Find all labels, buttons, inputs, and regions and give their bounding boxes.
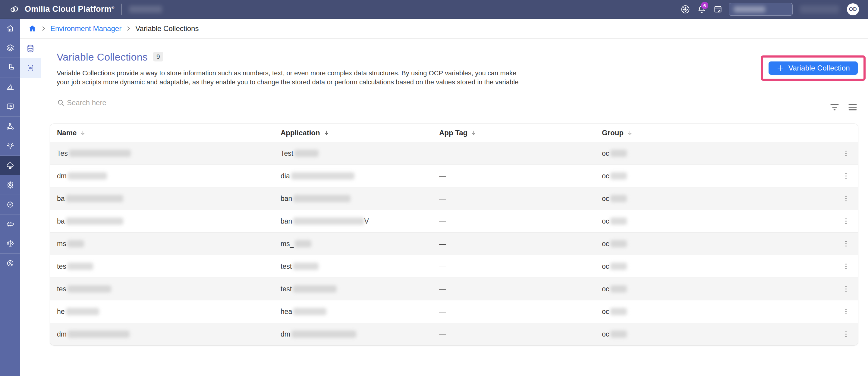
cell-name: dm: [57, 330, 281, 338]
column-header-app-tag[interactable]: App Tag: [439, 129, 602, 137]
table-row[interactable]: ba banV — oc: [50, 210, 858, 232]
breadcrumb-home-icon[interactable]: [28, 24, 36, 33]
table-row[interactable]: dm dia — oc: [50, 164, 858, 187]
row-actions-kebab-icon[interactable]: [841, 284, 851, 294]
cell-name: ba: [57, 195, 281, 203]
insights-bulb-icon: [6, 141, 15, 150]
cell-group-redaction: [610, 150, 627, 157]
notification-count-badge: 6: [701, 2, 708, 9]
theme-icon[interactable]: [680, 4, 691, 15]
sort-descending-icon: [80, 130, 86, 136]
cell-app-tag: —: [439, 217, 602, 225]
secondary-sidebar: [20, 38, 41, 376]
sidebar-item-automation[interactable]: [0, 215, 20, 234]
sidebar-item-pipeline[interactable]: [0, 58, 20, 77]
add-variable-collection-button[interactable]: Variable Collection: [769, 61, 858, 75]
cell-name-prefix: he: [57, 308, 65, 316]
cell-application-redaction: [295, 240, 311, 247]
cell-name-prefix: ms: [57, 240, 66, 248]
table-row[interactable]: ms ms_ — oc: [50, 232, 858, 255]
list-view-icon[interactable]: [848, 102, 858, 112]
cell-application: dia: [281, 172, 439, 180]
badge-check-icon: [6, 200, 15, 209]
cell-apptag: —: [439, 150, 446, 158]
table-row[interactable]: he hea — oc: [50, 300, 858, 323]
release-notes-icon[interactable]: [712, 4, 723, 15]
chat-metrics-icon: [6, 102, 15, 111]
sidebar-item-conversations[interactable]: [0, 97, 20, 117]
filter-icon[interactable]: [830, 102, 839, 112]
column-header-group[interactable]: Group: [602, 129, 834, 137]
table-row[interactable]: dm dm — oc: [50, 323, 858, 345]
row-actions-kebab-icon[interactable]: [841, 216, 851, 226]
row-actions-kebab-icon[interactable]: [841, 261, 851, 272]
notifications-bell-icon[interactable]: 6: [696, 4, 707, 15]
sidebar-item-environment-manager[interactable]: [0, 156, 20, 175]
column-header-name[interactable]: Name: [57, 129, 281, 137]
row-actions-kebab-icon[interactable]: [841, 329, 851, 339]
sidebar-item-insights[interactable]: [0, 136, 20, 156]
row-actions-kebab-icon[interactable]: [841, 306, 851, 317]
subsidebar-item-variable-collections[interactable]: [20, 58, 41, 78]
column-header-application[interactable]: Application: [281, 129, 439, 137]
cell-application-redaction: [293, 263, 318, 270]
page-description-line1: Variable Collections provide a way to st…: [57, 69, 518, 78]
cell-name: ms: [57, 240, 281, 248]
breadcrumb-link-environment-manager[interactable]: Environment Manager: [50, 24, 121, 33]
top-bar: Omilia Cloud Platform® 6: [0, 0, 868, 19]
cell-application-redaction: [291, 331, 356, 338]
sidebar-item-layers[interactable]: [0, 38, 20, 58]
cell-group: oc: [602, 240, 834, 248]
sidebar-item-support[interactable]: [0, 254, 20, 273]
cell-group: oc: [602, 308, 834, 316]
topbar-actions: 6 OD: [680, 0, 868, 19]
cell-group-redaction: [610, 308, 627, 315]
avatar[interactable]: OD: [847, 3, 859, 15]
cell-application-prefix: ms_: [281, 240, 293, 248]
plus-icon: [776, 64, 784, 72]
cell-group-redaction: [610, 331, 627, 338]
cloud-logo-icon: [8, 4, 21, 14]
cell-app-tag: —: [439, 285, 602, 293]
home-icon: [6, 24, 15, 33]
sidebar-item-compliance[interactable]: [0, 234, 20, 254]
table-row[interactable]: ba ban — oc: [50, 187, 858, 210]
cell-apptag: —: [439, 217, 446, 225]
row-actions-kebab-icon[interactable]: [841, 193, 851, 203]
cell-application-prefix: ban: [281, 195, 292, 203]
cell-application: dm: [281, 330, 439, 338]
cell-name-prefix: dm: [57, 330, 67, 338]
breadcrumb: Environment Manager Variable Collections: [20, 19, 868, 38]
cell-name: Tes: [57, 150, 281, 158]
cell-group-redaction: [610, 240, 627, 247]
cell-app-tag: —: [439, 240, 602, 248]
cell-group-prefix: oc: [602, 330, 609, 338]
cell-name-redaction: [66, 195, 123, 202]
cell-name-prefix: ba: [57, 217, 65, 225]
cell-app-tag: —: [439, 172, 602, 180]
subsidebar-item-entities[interactable]: [20, 38, 41, 58]
sidebar-item-home[interactable]: [0, 19, 20, 38]
sidebar-item-network[interactable]: [0, 117, 20, 136]
sidebar-item-user-settings[interactable]: [0, 175, 20, 195]
cell-apptag: —: [439, 330, 446, 338]
search-input[interactable]: [66, 98, 140, 107]
sidebar-item-design[interactable]: [0, 77, 20, 97]
logo[interactable]: Omilia Cloud Platform®: [8, 4, 115, 14]
row-actions-kebab-icon[interactable]: [841, 239, 851, 249]
cell-application: Test: [281, 150, 439, 158]
cell-group-prefix: oc: [602, 262, 609, 271]
table-row[interactable]: tes test — oc: [50, 278, 858, 300]
table-row[interactable]: tes test — oc: [50, 255, 858, 278]
cell-apptag: —: [439, 285, 446, 293]
topbar-search-input[interactable]: [729, 3, 793, 15]
cell-name-redaction: [68, 331, 130, 338]
row-actions-kebab-icon[interactable]: [841, 148, 851, 158]
sidebar-item-verification[interactable]: [0, 195, 20, 215]
cell-application-redaction: [293, 195, 350, 202]
view-controls: [830, 102, 858, 112]
cell-group: oc: [602, 262, 834, 271]
variable-collections-table: Name Application App Tag Group: [50, 124, 858, 346]
row-actions-kebab-icon[interactable]: [841, 171, 851, 181]
table-row[interactable]: Tes Test — oc: [50, 142, 858, 164]
